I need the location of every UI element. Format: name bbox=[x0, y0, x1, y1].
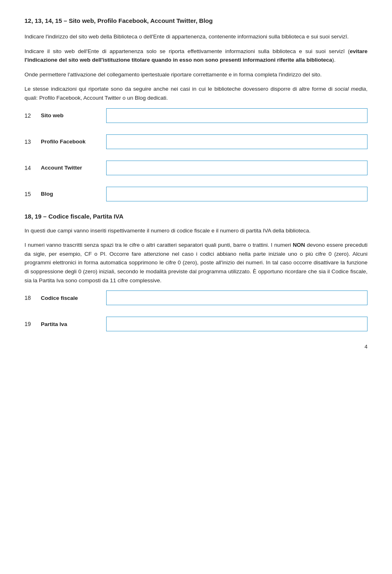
field-number-18: 18 bbox=[24, 295, 41, 301]
field-input-sito-web[interactable] bbox=[106, 108, 368, 123]
field-label-sito-web: Sito web bbox=[41, 112, 106, 118]
intro-paragraph-3: Onde permettere l'attivazione del colleg… bbox=[24, 70, 368, 79]
field-row-blog: 15 Blog bbox=[24, 187, 368, 201]
field-label-account-twitter: Account Twitter bbox=[41, 165, 106, 171]
highlight-text: evitare l'indicazione del sito web dell'… bbox=[24, 48, 368, 63]
fields-section-2: 18 Codice fiscale 19 Partita Iva bbox=[24, 290, 368, 331]
field-input-partita-iva[interactable] bbox=[106, 317, 368, 331]
field-number-15: 15 bbox=[24, 191, 41, 197]
highlight-non: NON bbox=[293, 242, 305, 248]
field-input-profilo-facebook[interactable] bbox=[106, 134, 368, 149]
field-input-codice-fiscale[interactable] bbox=[106, 290, 368, 305]
page-title: 12, 13, 14, 15 – Sito web, Profilo Faceb… bbox=[24, 16, 368, 25]
field-number-14: 14 bbox=[24, 165, 41, 171]
field-number-12: 12 bbox=[24, 112, 41, 119]
intro-paragraph-2: Indicare il sito web dell'Ente di appart… bbox=[24, 47, 368, 65]
page-number: 4 bbox=[24, 344, 368, 350]
section2-paragraph-combined: I numeri vanno trascritti senza spazi tr… bbox=[24, 241, 368, 285]
section2-heading: 18, 19 – Codice fiscale, Partita IVA bbox=[24, 213, 368, 220]
field-row-partita-iva: 19 Partita Iva bbox=[24, 317, 368, 331]
field-row-profilo-facebook: 13 Profilo Facebook bbox=[24, 134, 368, 149]
field-input-blog[interactable] bbox=[106, 187, 368, 201]
fields-section-1: 12 Sito web 13 Profilo Facebook 14 Accou… bbox=[24, 108, 368, 201]
section2-paragraph-1: In questi due campi vanno inseriti rispe… bbox=[24, 226, 368, 235]
field-row-codice-fiscale: 18 Codice fiscale bbox=[24, 290, 368, 305]
intro-paragraph-1: Indicare l'indirizzo del sito web della … bbox=[24, 32, 368, 41]
field-label-profilo-facebook: Profilo Facebook bbox=[41, 138, 106, 145]
field-label-codice-fiscale: Codice fiscale bbox=[41, 295, 106, 301]
field-number-19: 19 bbox=[24, 321, 41, 327]
field-label-blog: Blog bbox=[41, 191, 106, 197]
field-label-partita-iva: Partita Iva bbox=[41, 321, 106, 327]
field-row-account-twitter: 14 Account Twitter bbox=[24, 161, 368, 175]
field-input-account-twitter[interactable] bbox=[106, 161, 368, 175]
intro-paragraph-4: Le stesse indicazioni qui riportate sono… bbox=[24, 85, 368, 102]
field-row-sito-web: 12 Sito web bbox=[24, 108, 368, 123]
field-number-13: 13 bbox=[24, 138, 41, 145]
